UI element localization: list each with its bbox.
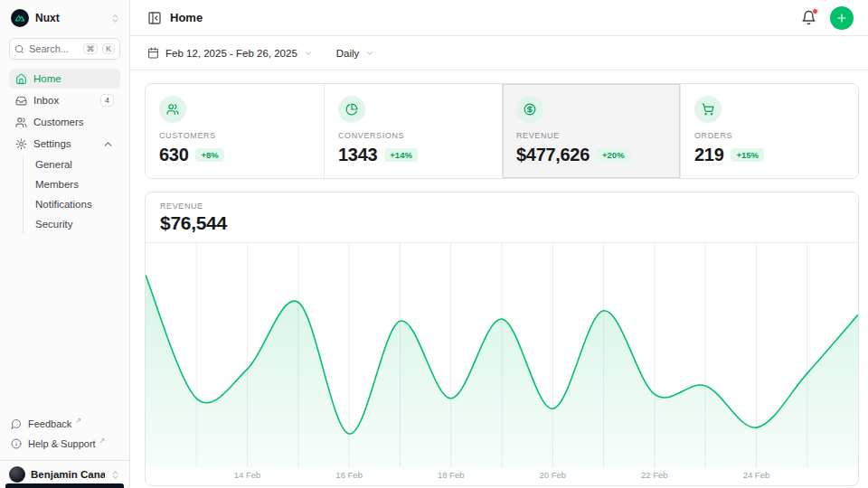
x-axis-tick: 16 Feb [335,470,363,480]
sub-item-label: Members [35,179,79,190]
kbd-k: K [102,43,115,55]
sub-item-label: General [35,159,72,170]
footer-link-label: Feedback [28,418,71,429]
content-area: CUSTOMERS 630 +8% CONVERSIONS 1343 +14% [130,70,868,486]
page-title: Home [170,11,801,24]
sidebar-item-label: Home [33,73,61,84]
kbd-cmd: ⌘ [83,43,99,55]
users-icon [159,96,186,123]
feedback-link[interactable]: Feedback ↗ [9,415,120,433]
sidebar-footer: Feedback ↗ Help & Support ↗ [0,409,129,460]
external-link-icon: ↗ [75,417,81,425]
stat-value: 219 [694,145,723,165]
x-axis-tick: 24 Feb [743,470,770,480]
chart-header: REVENUE $76,544 [146,192,858,243]
plus-icon [835,12,848,24]
sidebar-item-members[interactable]: Members [24,175,120,193]
user-name: Benjamin Canac [31,469,105,480]
stat-change-badge: +20% [597,148,630,163]
stats-row: CUSTOMERS 630 +8% CONVERSIONS 1343 +14% [145,83,859,179]
sub-item-label: Security [35,219,73,230]
x-axis-tick: 22 Feb [641,470,668,480]
date-range-value: Feb 12, 2025 - Feb 26, 2025 [165,48,297,59]
stat-change-badge: +14% [384,148,418,163]
sidebar-item-label: Inbox [33,95,59,106]
main-panel: Home Feb 12, 2025 - Feb 26, 2025 Daily [130,0,868,488]
sidebar-item-label: Settings [33,138,71,149]
sidebar-item-notifications[interactable]: Notifications [24,195,120,213]
cart-icon [694,96,722,123]
message-bubble-icon [11,418,22,429]
circle-dollar-icon [516,96,543,123]
sidebar-nav: Home Inbox 4 Customers Settings General … [0,60,129,233]
stat-label: CONVERSIONS [338,131,488,140]
revenue-chart-card: REVENUE $76,544 14 Feb16 Feb18 Feb20 Feb… [145,192,859,486]
nuxt-logo-icon [11,9,29,27]
chevrons-up-down-icon [110,14,120,23]
sidebar-item-customers[interactable]: Customers [9,112,120,132]
footer-link-label: Help & Support [28,438,96,449]
revenue-area-chart[interactable] [146,243,858,467]
stat-card-conversions[interactable]: CONVERSIONS 1343 +14% [324,84,502,178]
chevrons-up-down-icon [110,470,120,480]
period-select[interactable]: Daily [336,48,375,59]
calendar-icon [147,47,159,59]
gear-icon [15,138,27,150]
settings-subnav: General Members Notifications Security [23,155,120,233]
chevron-down-icon [304,49,313,58]
x-axis-tick: 14 Feb [234,470,261,480]
workspace-name: Nuxt [35,12,104,24]
sidebar: Nuxt ⌘ K Home Inbox 4 Customers [0,0,130,488]
stat-label: ORDERS [694,131,844,140]
collapse-sidebar-button[interactable] [147,11,162,25]
stat-value: $477,626 [516,145,590,165]
x-axis-labels: 14 Feb16 Feb18 Feb20 Feb22 Feb24 Feb [146,467,858,484]
stat-value: 630 [159,145,188,165]
notifications-button[interactable] [801,10,816,25]
app-window: Nuxt ⌘ K Home Inbox 4 Customers [0,0,868,488]
bottom-dark-bar [5,483,124,488]
sidebar-item-label: Customers [33,117,84,127]
x-axis-tick: 20 Feb [539,470,566,480]
home-icon [15,73,27,85]
inbox-count-badge: 4 [100,94,114,108]
stat-card-revenue[interactable]: REVENUE $477,626 +20% [502,84,680,178]
date-range-picker[interactable]: Feb 12, 2025 - Feb 26, 2025 [147,47,313,59]
stat-change-badge: +8% [195,148,223,163]
chart-title: REVENUE [160,202,844,211]
chart-plot-area[interactable] [146,243,858,467]
sidebar-item-inbox[interactable]: Inbox 4 [9,90,120,110]
chevron-up-icon [102,138,114,150]
info-circle-icon [11,438,22,449]
external-link-icon: ↗ [99,436,106,445]
search-icon [14,44,24,54]
chart-total-value: $76,544 [160,212,844,234]
filters-toolbar: Feb 12, 2025 - Feb 26, 2025 Daily [130,36,868,70]
top-navbar: Home [130,0,868,36]
chart-pie-icon [338,96,365,123]
stat-value: 1343 [338,145,377,165]
help-support-link[interactable]: Help & Support ↗ [9,435,120,453]
inbox-icon [15,95,27,107]
sidebar-item-security[interactable]: Security [24,215,120,233]
period-value: Daily [336,48,360,59]
search-input-wrap[interactable]: ⌘ K [9,38,120,60]
sidebar-item-general[interactable]: General [24,155,120,174]
stat-label: CUSTOMERS [159,131,310,140]
sidebar-item-home[interactable]: Home [9,69,120,89]
stat-card-orders[interactable]: ORDERS 219 +15% [680,84,858,178]
users-icon [15,117,27,128]
stat-change-badge: +15% [731,148,764,163]
add-button[interactable] [830,6,854,30]
avatar [9,466,25,483]
sidebar-item-settings[interactable]: Settings [9,134,120,154]
sub-item-label: Notifications [35,199,92,210]
search-input[interactable] [29,43,79,54]
notification-dot [812,8,818,14]
x-axis-tick: 18 Feb [438,470,465,480]
stat-label: REVENUE [516,131,666,140]
chevron-down-icon [365,49,374,58]
workspace-selector[interactable]: Nuxt [0,0,129,27]
stat-card-customers[interactable]: CUSTOMERS 630 +8% [146,84,324,178]
